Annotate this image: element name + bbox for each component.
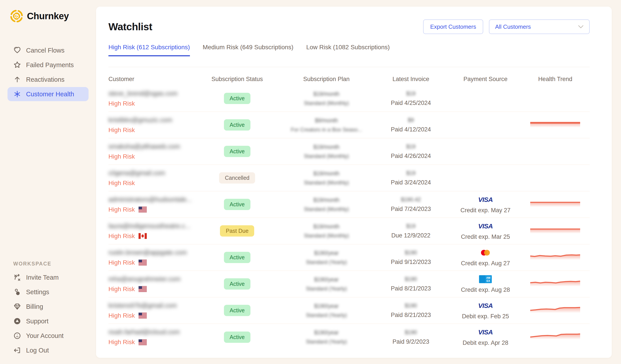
- plan-name-blurred: Standard (Monthly): [304, 153, 349, 159]
- risk-label: High Risk: [108, 206, 135, 213]
- sidebar: Churnkey Cancel Flows Failed Payments Re…: [0, 0, 96, 364]
- us-flag-icon: [138, 286, 147, 292]
- sidebar-nav: Cancel Flows Failed Payments Reactivatio…: [7, 43, 88, 101]
- card-expiry: Credit exp. May 27: [460, 207, 511, 214]
- svg-text:AM: AM: [486, 276, 490, 279]
- column-header: Payment Source: [450, 76, 521, 83]
- customers-filter-dropdown[interactable]: All Customers: [489, 19, 590, 34]
- invoice-amount-blurred: $190.42: [401, 196, 421, 203]
- sidebar-item-reactivations[interactable]: Reactivations: [7, 72, 88, 87]
- tab-high-risk[interactable]: High Risk (612 Subscriptions): [108, 44, 190, 56]
- status-badge: Active: [224, 331, 250, 343]
- sidebar-item-label: Customer Health: [26, 90, 74, 98]
- plan-price-blurred: $190/year: [314, 276, 339, 283]
- plan-name-blurred: Standard (Yearly): [306, 312, 347, 318]
- column-header: Customer: [108, 76, 193, 83]
- sidebar-item-label: Support: [26, 318, 49, 325]
- header-actions: Export Customers All Customers: [423, 19, 590, 34]
- status-badge: Active: [224, 199, 250, 210]
- risk-label: High Risk: [108, 180, 135, 187]
- table-row[interactable]: administrators@hudsontale... High Risk A…: [108, 191, 590, 218]
- health-trend-sparkline: [530, 120, 581, 130]
- churnkey-logo-icon: [10, 9, 23, 23]
- risk-label: High Risk: [108, 286, 135, 293]
- customer-email-blurred: rustin.brown@appgate.com: [108, 249, 187, 256]
- tab-low-risk[interactable]: Low Risk (1082 Subscriptions): [306, 44, 390, 56]
- customer-email-blurred: smaksha@ytthaweb.com: [108, 143, 180, 150]
- customer-email-blurred: mha@anugrahmeier.com: [108, 276, 180, 283]
- account-icon: [13, 332, 21, 340]
- tab-medium-risk[interactable]: Medium Risk (649 Subscriptions): [203, 44, 293, 56]
- invoice-status: Paid 4/25/2024: [391, 100, 431, 106]
- table-row[interactable]: mha@anugrahmeier.com High Risk Active $1…: [108, 271, 590, 297]
- invoice-amount-blurred: $19: [406, 170, 416, 176]
- table-body: steve_brend@sgas.com High Risk Active $1…: [108, 85, 590, 350]
- table-row[interactable]: steve_brend@sgas.com High Risk Active $1…: [108, 85, 590, 112]
- table-row[interactable]: c0gena@gmail.com High Risk Cancelled $19…: [108, 165, 590, 191]
- visa-logo: VISA: [478, 302, 493, 310]
- table-row[interactable]: kristibks@gmuzic.com High Risk Active $9…: [108, 112, 590, 138]
- support-icon: [13, 317, 21, 325]
- plan-price-blurred: $19/month: [313, 91, 339, 97]
- status-badge: Active: [224, 278, 250, 290]
- invoice-status: Paid 9/12/2023: [391, 259, 431, 265]
- plan-price-blurred: $9/month: [315, 117, 338, 124]
- risk-label: High Risk: [108, 312, 135, 319]
- risk-label: High Risk: [108, 153, 135, 160]
- sidebar-item-settings[interactable]: Settings: [7, 285, 88, 299]
- customer-email-blurred: noah.farhad@icloud.com: [108, 329, 180, 336]
- health-trend-sparkline: [530, 252, 581, 263]
- invoice-status: Due 12/9/2022: [391, 232, 431, 239]
- sidebar-item-failed-payments[interactable]: Failed Payments: [7, 58, 88, 72]
- risk-label: High Risk: [108, 100, 135, 107]
- sidebar-item-label: Your Account: [26, 332, 64, 340]
- plan-name-blurred: For Creators in a Box Seaso...: [291, 127, 362, 133]
- invoice-amount-blurred: $9: [408, 117, 414, 123]
- main-content-card: Watchlist Export Customers All Customers…: [96, 7, 612, 358]
- plan-price-blurred: $19/month: [313, 170, 339, 177]
- status-badge: Active: [224, 93, 250, 104]
- customer-email-blurred: laura@indigenoustheatre.c...: [108, 223, 190, 230]
- invoice-amount-blurred: $19: [406, 223, 416, 229]
- chevron-down-icon: [578, 25, 584, 28]
- app-logo[interactable]: Churnkey: [7, 9, 88, 23]
- amex-logo: AMEX: [479, 275, 492, 283]
- sidebar-item-your-account[interactable]: Your Account: [7, 329, 88, 343]
- mastercard-logo: [479, 249, 492, 257]
- invoice-amount-blurred: $190: [405, 329, 417, 335]
- column-header: Health Trend: [521, 76, 590, 83]
- heart-icon: [13, 46, 21, 54]
- sidebar-item-customer-health[interactable]: Customer Health: [7, 87, 88, 101]
- sidebar-item-support[interactable]: Support: [7, 314, 88, 328]
- invoice-status: Paid 4/12/2024: [391, 126, 431, 133]
- billing-icon: [13, 303, 21, 311]
- invoice-amount-blurred: $19: [406, 90, 416, 97]
- table-row[interactable]: rustin.brown@appgate.com High Risk Activ…: [108, 244, 590, 271]
- table-row[interactable]: noah.farhad@icloud.com High Risk Active …: [108, 324, 590, 350]
- export-customers-button[interactable]: Export Customers: [423, 19, 483, 34]
- strategy-icon: [13, 274, 21, 281]
- visa-logo: VISA: [478, 196, 493, 203]
- visa-logo: VISA: [478, 223, 493, 230]
- card-expiry: Credit exp. Mar 25: [461, 233, 510, 240]
- plan-name-blurred: Standard (Yearly): [306, 259, 347, 265]
- invoice-amount-blurred: $19: [406, 143, 416, 150]
- status-badge: Cancelled: [219, 172, 255, 184]
- sidebar-item-cancel-flows[interactable]: Cancel Flows: [7, 43, 88, 57]
- sidebar-item-log-out[interactable]: Log Out: [7, 343, 88, 357]
- table-row[interactable]: smaksha@ytthaweb.com High Risk Active $1…: [108, 138, 590, 165]
- column-header: Latest Invoice: [372, 76, 450, 83]
- risk-tabs: High Risk (612 Subscriptions)Medium Risk…: [108, 44, 590, 56]
- table-row[interactable]: laura@indigenoustheatre.c... High Risk P…: [108, 218, 590, 244]
- sidebar-item-invite-team[interactable]: Invite Team: [7, 270, 88, 284]
- sidebar-item-billing[interactable]: Billing: [7, 299, 88, 314]
- table-header-row: CustomerSubscription StatusSubscription …: [108, 73, 590, 85]
- plan-name-blurred: Standard (Monthly): [304, 233, 349, 239]
- page-title: Watchlist: [108, 21, 152, 33]
- table-row[interactable]: kristens97b@gmail.com High Risk Active $…: [108, 297, 590, 324]
- plan-price-blurred: $19/month: [313, 197, 339, 203]
- sidebar-item-label: Invite Team: [26, 274, 59, 281]
- card-expiry: Credit exp. Aug 27: [461, 260, 510, 267]
- risk-label: High Risk: [108, 259, 135, 266]
- status-badge: Active: [224, 146, 250, 157]
